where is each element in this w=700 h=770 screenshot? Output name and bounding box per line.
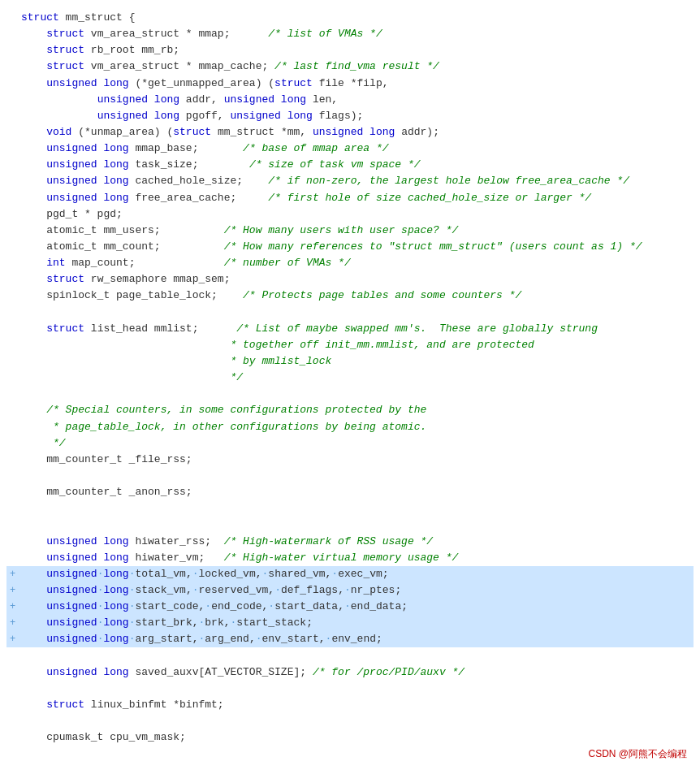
code-segment-dot: · (199, 615, 205, 631)
code-segment-normal: map_count; (66, 255, 224, 271)
code-segment-normal: task_size; (129, 157, 249, 173)
code-segment-normal (21, 615, 46, 631)
code-line (6, 500, 694, 517)
code-segment-kw: struct (274, 76, 313, 92)
code-segment-dot: · (262, 566, 269, 582)
code-line (6, 386, 694, 402)
code-segment-normal: nr_ptes; (351, 582, 401, 599)
code-segment-normal: spinlock_t page_table_lock; (21, 288, 243, 304)
code-segment-normal: addr); (395, 124, 439, 141)
code-block: struct mm_struct { struct vm_area_struct… (6, 10, 694, 746)
code-segment-kw: void (46, 124, 71, 141)
code-line (6, 713, 694, 729)
code-segment-dot: · (129, 599, 136, 615)
code-segment-kw: unsigned long (46, 141, 128, 157)
line-marker-empty (10, 501, 18, 517)
line-marker-empty (10, 354, 18, 370)
code-segment-kw: unsigned long (97, 92, 179, 108)
line-marker-empty (10, 436, 18, 452)
code-segment-normal: pgd_t * pgd; (21, 206, 123, 223)
code-segment-comment: /* last find_vma result */ (274, 58, 439, 75)
code-line: atomic_t mm_users; /* How many users wit… (6, 223, 694, 239)
code-segment-normal (21, 92, 97, 108)
line-marker-empty (10, 665, 18, 681)
code-line: unsigned long free_area_cache; /* first … (6, 190, 694, 206)
code-segment-normal: arg_end, (205, 631, 255, 647)
code-segment-normal (21, 255, 46, 271)
code-segment-normal: free_area_cache; (129, 190, 269, 206)
line-marker-empty (10, 452, 18, 468)
code-segment-kw: long (103, 615, 128, 631)
code-segment-normal: (*unmap_area) ( (71, 124, 173, 141)
line-marker-empty (10, 43, 18, 58)
line-marker-empty (10, 59, 18, 75)
code-line: */ (6, 435, 694, 452)
code-segment-comment: * by mmlist_lock (230, 353, 331, 370)
code-line: void (*unmap_area) (struct mm_struct *mm… (6, 124, 694, 141)
code-segment-dot: · (97, 582, 104, 599)
line-marker-empty (10, 517, 18, 533)
code-segment-normal (21, 370, 230, 386)
code-segment-dot: · (129, 582, 136, 599)
code-segment-dot: · (192, 582, 199, 599)
line-marker-empty (10, 485, 18, 500)
code-segment-normal: mm_struct { (59, 10, 136, 26)
code-segment-kw: long (103, 582, 128, 599)
footer-label: CSDN @阿熊不会编程 (588, 746, 687, 762)
code-segment-comment: /* How many users with user space? */ (224, 223, 459, 239)
code-segment-dot: · (129, 615, 136, 631)
code-segment-kw: unsigned (46, 566, 97, 582)
code-segment-kw: unsigned long (313, 124, 395, 141)
code-segment-normal: cpumask_t cpu_vm_mask; (21, 729, 186, 746)
line-marker-empty (10, 141, 18, 157)
code-segment-kw: unsigned long (46, 76, 128, 92)
code-segment-kw: unsigned long (224, 92, 306, 108)
code-segment-kw: long (103, 631, 128, 647)
code-segment-normal: addr, (179, 92, 224, 108)
code-segment-normal: atomic_t mm_count; (21, 239, 224, 255)
code-segment-normal (21, 599, 46, 615)
code-segment-normal (21, 58, 46, 75)
code-segment-normal (21, 697, 46, 713)
code-segment-normal: file *filp, (313, 76, 389, 92)
code-line: unsigned long hiwater_vm; /* High-water … (6, 550, 694, 566)
line-marker-empty (10, 191, 18, 206)
code-line (6, 468, 694, 484)
code-segment-comment: /* High-water virtual memory usage */ (224, 550, 459, 566)
code-segment-kw: unsigned long (46, 157, 128, 173)
code-segment-normal (21, 337, 230, 353)
code-segment-dot: · (331, 566, 338, 582)
code-line: unsigned long addr, unsigned long len, (6, 92, 694, 108)
code-line: cpumask_t cpu_vm_mask; (6, 729, 694, 746)
code-segment-normal: mm_counter_t _anon_rss; (21, 484, 192, 500)
code-segment-normal (21, 631, 46, 647)
line-marker-empty (10, 272, 18, 288)
line-marker-empty (10, 681, 18, 697)
code-segment-dot: · (205, 599, 211, 615)
code-segment-normal: mm_struct *mm, (211, 124, 313, 141)
code-segment-comment: /* list of VMAs */ (268, 26, 382, 42)
code-segment-kw: unsigned long (46, 534, 128, 550)
code-line: + unsigned·long·total_vm,·locked_vm,·sha… (6, 566, 694, 582)
line-marker: + (10, 567, 18, 582)
line-marker-empty (10, 76, 18, 92)
line-marker-empty (10, 338, 18, 353)
code-segment-normal: end_code, (211, 599, 268, 615)
code-segment-normal: atomic_t mm_users; (21, 223, 224, 239)
code-line: * by mmlist_lock (6, 353, 694, 370)
code-segment-normal (21, 353, 230, 370)
code-segment-normal: end_data; (351, 599, 408, 615)
line-marker: + (10, 616, 18, 631)
line-marker-empty (10, 469, 18, 484)
line-marker: + (10, 583, 18, 599)
code-line: mm_counter_t _file_rss; (6, 452, 694, 468)
line-marker-empty (10, 730, 18, 746)
code-line: + unsigned·long·start_code,·end_code,·st… (6, 599, 694, 615)
code-viewer: struct mm_struct { struct vm_area_struct… (0, 0, 700, 770)
code-segment-normal: list_head mmlist; (84, 321, 236, 337)
line-marker-empty (10, 158, 18, 173)
code-segment-normal (21, 141, 46, 157)
empty-line-spacer (21, 500, 28, 517)
line-marker: + (10, 599, 18, 615)
code-segment-kw: int (46, 255, 65, 271)
